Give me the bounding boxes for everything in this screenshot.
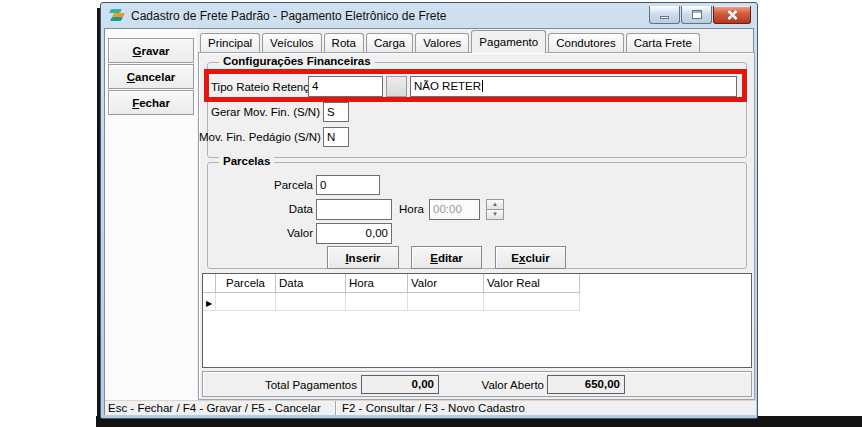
app-logo-icon: [110, 8, 126, 23]
gravar-button[interactable]: Gravar: [108, 38, 194, 63]
hora-label: Hora: [399, 202, 424, 217]
group-parcelas-title: Parcelas: [219, 155, 274, 167]
action-panel: Gravar Cancelar Fechar: [105, 29, 197, 400]
tab-page-pagamento: Configurações Financeiras Tipo Rateio Re…: [198, 52, 755, 400]
tab-condutores[interactable]: Condutores: [548, 33, 623, 53]
status-left-panel: Esc - Fechar / F4 - Gravar / F5 - Cancel…: [105, 401, 336, 415]
grid-header-indicator: [203, 274, 216, 293]
gerar-mov-label: Gerar Mov. Fin. (S/N): [199, 105, 320, 120]
tab-pagamento[interactable]: Pagamento: [471, 30, 546, 53]
parcela-label: Parcela: [199, 178, 313, 193]
hora-spinner: ▲ ▼: [486, 199, 504, 220]
grid-header-parcela[interactable]: Parcela: [216, 274, 276, 293]
parcela-input[interactable]: 0: [316, 175, 380, 195]
status-bar: Esc - Fechar / F4 - Gravar / F5 - Cancel…: [105, 400, 756, 415]
grid-header-data[interactable]: Data: [276, 274, 346, 293]
tab-veiculos[interactable]: Veículos: [262, 33, 321, 53]
parcelas-grid: Parcela Data Hora Valor Valor Real ▶: [202, 273, 752, 368]
total-pagamentos-value: 0,00: [361, 375, 439, 394]
tipo-rateio-desc-text: NÃO RETER: [414, 80, 481, 92]
tab-rota[interactable]: Rota: [324, 33, 364, 53]
tab-carta-frete[interactable]: Carta Frete: [626, 33, 700, 53]
total-pagamentos-label: Total Pagamentos: [211, 378, 357, 393]
tipo-rateio-desc-input[interactable]: NÃO RETER: [410, 76, 737, 97]
inserir-button[interactable]: Inserir: [327, 246, 399, 269]
text-caret: [482, 80, 483, 92]
group-configuracoes-title: Configurações Financeiras: [219, 55, 375, 67]
valor-input[interactable]: 0,00: [316, 223, 392, 244]
minimize-icon: [660, 16, 669, 19]
grid-header-valor[interactable]: Valor: [408, 274, 484, 293]
tab-carga[interactable]: Carga: [366, 33, 413, 53]
pedagio-input[interactable]: N: [323, 127, 349, 147]
excluir-button[interactable]: Excluir: [495, 246, 566, 269]
tipo-rateio-lookup-button[interactable]: [386, 76, 407, 97]
cancelar-button[interactable]: Cancelar: [108, 64, 194, 89]
hora-spinner-up-icon[interactable]: ▲: [486, 199, 504, 210]
tipo-rateio-code-input[interactable]: 4: [308, 76, 383, 97]
data-label: Data: [199, 202, 313, 217]
close-button[interactable]: [713, 6, 751, 24]
valor-aberto-value: 650,00: [547, 375, 625, 394]
grid-empty-row[interactable]: ▶: [203, 293, 751, 311]
grid-header-hora[interactable]: Hora: [346, 274, 408, 293]
tipo-rateio-label: Tipo Rateio Retenção: [211, 80, 322, 95]
status-right-panel: F2 - Consultar / F3 - Novo Cadastro: [336, 401, 525, 415]
gerar-mov-input[interactable]: S: [323, 102, 349, 122]
grid-header-valor-real[interactable]: Valor Real: [484, 274, 580, 293]
screen: Cadastro de Frete Padrão - Pagamento Ele…: [0, 0, 862, 427]
grid-header-row: Parcela Data Hora Valor Valor Real: [203, 274, 751, 293]
minimize-button[interactable]: [649, 6, 680, 24]
pedagio-label: Mov. Fin. Pedágio (S/N): [199, 130, 320, 145]
window-title: Cadastro de Frete Padrão - Pagamento Ele…: [131, 9, 447, 23]
maximize-button[interactable]: [681, 6, 712, 24]
dialog-window: Cadastro de Frete Padrão - Pagamento Ele…: [100, 2, 758, 419]
valor-label: Valor: [199, 226, 313, 241]
hora-input[interactable]: 00:00: [429, 199, 480, 220]
totals-panel: Total Pagamentos 0,00 Valor Aberto 650,0…: [202, 371, 752, 397]
tab-valores[interactable]: Valores: [415, 33, 469, 53]
maximize-icon: [692, 10, 702, 19]
title-bar[interactable]: Cadastro de Frete Padrão - Pagamento Ele…: [104, 3, 754, 28]
editar-button[interactable]: Editar: [411, 246, 482, 269]
tab-strip: Principal Veículos Rota Carga Valores Pa…: [200, 31, 700, 53]
fechar-button[interactable]: Fechar: [108, 90, 194, 115]
close-icon: [726, 10, 738, 20]
tab-principal[interactable]: Principal: [200, 33, 260, 53]
row-marker-icon: ▶: [203, 293, 216, 311]
dialog-client-area: Gravar Cancelar Fechar Principal Veículo…: [104, 28, 754, 415]
hora-spinner-down-icon[interactable]: ▼: [486, 210, 504, 220]
valor-aberto-label: Valor Aberto: [439, 378, 544, 393]
data-input[interactable]: [316, 199, 392, 220]
